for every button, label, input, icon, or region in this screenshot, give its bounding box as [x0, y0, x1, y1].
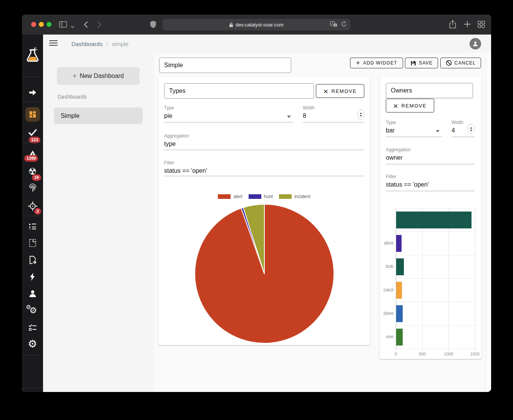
rail-item-settings[interactable]: ⚙ [22, 339, 43, 349]
privacy-shield-icon[interactable] [150, 20, 156, 30]
bar-xtick-label: 500 [415, 352, 430, 356]
legend-item-incident[interactable]: incident [279, 194, 310, 199]
address-bar[interactable]: dev.catalyst-soar.com A a [162, 19, 350, 30]
widget-name-input[interactable] [164, 83, 314, 99]
rail-item-cases[interactable]: ☢ 19 [22, 167, 43, 176]
rail-item-file-settings[interactable] [22, 255, 43, 265]
chevron-down-icon[interactable] [71, 23, 75, 30]
rail-item-list[interactable] [22, 222, 43, 231]
legend-label: hunt [264, 194, 273, 199]
rail-item-forensics[interactable] [22, 183, 43, 193]
bar-gridline-h [396, 349, 476, 349]
save-button[interactable]: SAVE [405, 58, 438, 68]
minimize-window-button[interactable] [39, 22, 44, 27]
type-value: pie [164, 112, 293, 119]
rail-item-jobs[interactable] [22, 323, 43, 332]
bar-xtick-label: 1000 [441, 352, 456, 356]
remove-widget-button[interactable]: × REMOVE [316, 84, 364, 98]
legend-item-alert[interactable]: alert [218, 194, 242, 199]
add-widget-button[interactable]: + ADD WIDGET [350, 58, 403, 68]
dashboard-name-input[interactable] [159, 58, 291, 73]
remove-widget-button[interactable]: × REMOVE [386, 99, 434, 112]
number-stepper[interactable] [468, 124, 475, 134]
cases-badge: 19 [32, 174, 41, 181]
cancel-label: CANCEL [455, 60, 476, 66]
widget-card-owners: × REMOVE Type bar Width 4 Aggregation ow… [380, 77, 481, 359]
plus-icon: + [356, 60, 360, 66]
breadcrumb-current: simple [112, 41, 128, 47]
type-label: Type [164, 105, 293, 111]
type-select[interactable]: Type pie [164, 105, 293, 122]
share-page-icon[interactable] [449, 20, 456, 30]
filter-field[interactable]: Filter status == 'open' [386, 174, 475, 191]
bar-ytick-label: dave [380, 302, 393, 325]
bar-ytick-label: bob [380, 255, 393, 278]
rail-item-templates[interactable] [22, 238, 43, 248]
bar-gridline-v [475, 208, 475, 349]
save-label: SAVE [419, 60, 433, 66]
number-stepper[interactable] [357, 109, 364, 119]
legend-label: alert [233, 194, 242, 199]
rail-item-dashboards[interactable] [22, 107, 43, 122]
legend-swatch-icon [218, 194, 231, 199]
plus-icon: + [73, 72, 77, 80]
dashboard-list-item-simple[interactable]: Simple [54, 107, 143, 124]
zoom-window-button[interactable] [46, 22, 51, 27]
type-label: Type [386, 120, 442, 125]
aggregation-field[interactable]: Aggregation type [164, 133, 364, 150]
aggregation-field[interactable]: Aggregation owner [386, 147, 475, 164]
cancel-slash-icon [446, 60, 452, 66]
type-select[interactable]: Type bar [386, 120, 442, 137]
filter-value: status == 'open' [164, 167, 364, 174]
user-avatar[interactable] [470, 38, 481, 50]
lightning-bolt-icon [28, 272, 37, 281]
rail-item-users[interactable] [22, 289, 43, 298]
rail-item-scope[interactable]: 2 [22, 201, 43, 211]
menu-icon[interactable] [49, 40, 58, 48]
checklist-icon [28, 323, 37, 332]
avatar-person-icon [472, 40, 479, 47]
bar-ytick-label: eve [380, 325, 393, 349]
legend-label: incident [294, 194, 310, 199]
dashboards-panel: + New Dashboard Dashboards Simple [43, 53, 154, 392]
widget-name-input[interactable] [386, 83, 473, 98]
new-dashboard-button[interactable]: + New Dashboard [57, 67, 139, 85]
translate-icon[interactable]: A a [330, 21, 337, 28]
bar-axis-line [396, 208, 396, 349]
file-gear-icon [28, 255, 37, 265]
legend-item-hunt[interactable]: hunt [249, 194, 273, 199]
bar-axis-tick [448, 349, 449, 351]
close-icon: × [324, 87, 329, 95]
forward-icon[interactable] [97, 21, 101, 30]
back-icon[interactable] [84, 21, 88, 30]
new-tab-icon[interactable] [464, 21, 471, 29]
svg-text:A: A [331, 22, 334, 26]
panel-section-label: Dashboards [58, 94, 87, 100]
bar-bob [396, 258, 404, 275]
rail-item-alerts[interactable]: 1399 [22, 150, 43, 159]
bar-carol [396, 282, 402, 299]
tab-overview-icon[interactable] [478, 21, 485, 30]
breadcrumb-dashboards[interactable]: Dashboards [71, 41, 103, 47]
rail-item-tasks[interactable]: 123 [22, 128, 43, 137]
rail-item-flows[interactable] [22, 88, 43, 97]
app-rail: 123 1399 ☢ 19 [22, 35, 43, 392]
bar-axis-tick [396, 349, 396, 351]
bar-alice [396, 235, 402, 252]
bar-gridline-h [396, 302, 476, 302]
catalyst-logo[interactable] [22, 47, 43, 64]
bar-xtick-label: 1500 [467, 352, 483, 356]
reload-icon[interactable] [341, 21, 347, 28]
filter-field[interactable]: Filter status == 'open' [164, 160, 364, 176]
cancel-button[interactable]: CANCEL [440, 58, 481, 68]
close-window-button[interactable] [31, 22, 36, 27]
width-field[interactable]: Width 4 [452, 120, 475, 137]
sidebar-toggle-icon[interactable] [59, 21, 67, 30]
remove-label: REMOVE [331, 88, 357, 94]
rail-item-automation[interactable] [22, 272, 43, 281]
width-field[interactable]: Width 8 [303, 105, 364, 122]
rail-item-services[interactable]: ⚙ ⚙ [22, 306, 43, 316]
dashboard-grid-icon [28, 110, 37, 119]
rail-divider [22, 388, 43, 388]
scrollbar-track[interactable] [486, 53, 491, 392]
